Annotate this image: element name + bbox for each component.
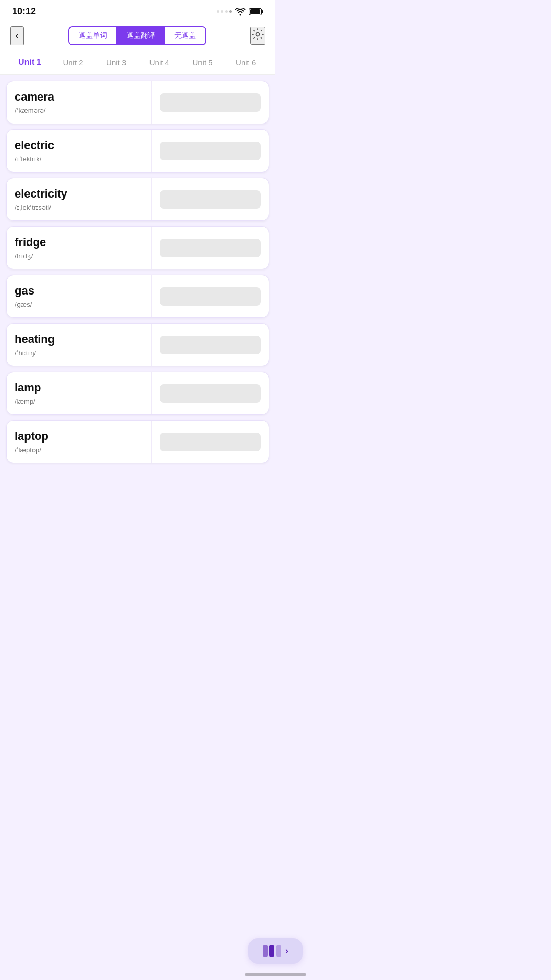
- word-phonetic: /ˈlæptɒp/: [15, 446, 143, 454]
- word-card-gas: gas /ɡæs/: [6, 275, 269, 318]
- translation-mask: [160, 287, 261, 306]
- settings-button[interactable]: [250, 27, 265, 45]
- word-phonetic: /læmp/: [15, 398, 143, 405]
- header: ‹ 遮盖单词 遮盖翻译 无遮盖: [0, 21, 276, 51]
- word-text: camera: [15, 90, 143, 104]
- battery-icon: [249, 8, 263, 15]
- svg-rect-2: [250, 9, 260, 14]
- word-text: fridge: [15, 236, 143, 249]
- filter-cover-word[interactable]: 遮盖单词: [69, 27, 116, 44]
- translation-mask: [160, 239, 261, 257]
- gear-icon: [251, 28, 264, 41]
- translation-mask: [160, 190, 261, 209]
- translation-mask: [160, 142, 261, 160]
- word-card-lamp: lamp /læmp/: [6, 372, 269, 415]
- word-card-heating: heating /ˈhiːtɪŋ/: [6, 323, 269, 366]
- word-text: electricity: [15, 187, 143, 201]
- word-text: laptop: [15, 430, 143, 443]
- word-phonetic: /ɪˈlektrɪk/: [15, 155, 143, 163]
- tab-unit4[interactable]: Unit 4: [138, 56, 181, 69]
- status-bar: 10:12: [0, 0, 276, 21]
- word-text: electric: [15, 139, 143, 152]
- unit-tabs: Unit 1 Unit 2 Unit 3 Unit 4 Unit 5 Unit …: [0, 51, 276, 75]
- word-text: heating: [15, 333, 143, 346]
- word-card-laptop: laptop /ˈlæptɒp/: [6, 420, 269, 463]
- word-phonetic: /ɡæs/: [15, 301, 143, 308]
- status-icons: [217, 8, 263, 16]
- filter-no-cover[interactable]: 无遮盖: [164, 27, 205, 44]
- filter-cover-translation[interactable]: 遮盖翻译: [116, 27, 164, 44]
- word-card-electric: electric /ɪˈlektrɪk/: [6, 129, 269, 173]
- word-phonetic: /ɪˌlekˈtrɪsəti/: [15, 204, 143, 211]
- svg-rect-1: [262, 10, 263, 13]
- tab-unit3[interactable]: Unit 3: [94, 56, 138, 69]
- tab-unit6[interactable]: Unit 6: [224, 56, 267, 69]
- word-list: camera /ˈkæmərə/ electric /ɪˈlektrɪk/ el…: [0, 75, 276, 514]
- svg-point-3: [256, 33, 259, 36]
- translation-mask: [160, 433, 261, 451]
- tab-unit1[interactable]: Unit 1: [8, 56, 52, 69]
- status-time: 10:12: [12, 6, 36, 17]
- word-card-fridge: fridge /frɪdʒ/: [6, 226, 269, 270]
- wifi-icon: [235, 8, 246, 16]
- back-button[interactable]: ‹: [10, 26, 24, 45]
- tab-unit2[interactable]: Unit 2: [52, 56, 95, 69]
- word-card-electricity: electricity /ɪˌlekˈtrɪsəti/: [6, 178, 269, 221]
- word-phonetic: /ˈhiːtɪŋ/: [15, 349, 143, 357]
- word-phonetic: /frɪdʒ/: [15, 252, 143, 260]
- word-phonetic: /ˈkæmərə/: [15, 107, 143, 114]
- translation-mask: [160, 93, 261, 112]
- word-text: lamp: [15, 381, 143, 395]
- signal-icon: [217, 10, 232, 13]
- translation-mask: [160, 336, 261, 354]
- filter-group: 遮盖单词 遮盖翻译 无遮盖: [68, 26, 206, 45]
- tab-unit5[interactable]: Unit 5: [181, 56, 224, 69]
- word-text: gas: [15, 284, 143, 298]
- translation-mask: [160, 384, 261, 403]
- word-card-camera: camera /ˈkæmərə/: [6, 81, 269, 124]
